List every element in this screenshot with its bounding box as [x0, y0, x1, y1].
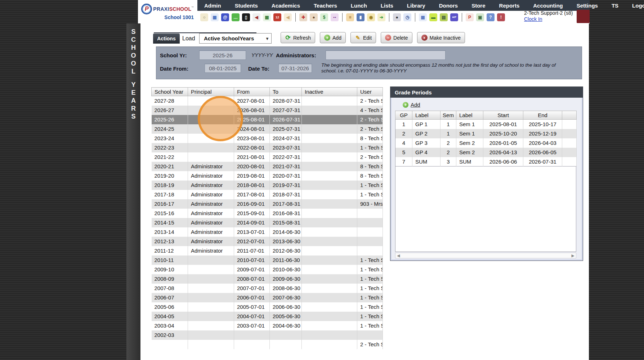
schoolyears-dropdown[interactable]: Active SchoolYears ▾: [199, 33, 272, 44]
cell: [302, 209, 357, 218]
school-year-row[interactable]: 2015-16Administrator2015-09-012016-08-31: [152, 209, 383, 218]
nav-item-settings[interactable]: Settings: [570, 3, 605, 9]
nav-item-lunch[interactable]: Lunch: [344, 3, 374, 9]
school-year-row[interactable]: 2020-21Administrator2020-08-012021-07-31…: [152, 162, 383, 171]
nav-item-donors[interactable]: Donors: [432, 3, 465, 9]
export-icon[interactable]: ➔: [377, 13, 385, 21]
search-icon[interactable]: ○: [200, 13, 208, 21]
people-icon[interactable]: ●●: [331, 13, 339, 21]
nav-item-ts[interactable]: TS: [605, 3, 625, 9]
cell: 2027-08-01: [234, 96, 270, 106]
bell-icon[interactable]: ◉: [367, 13, 375, 21]
add-grade-period-link[interactable]: + Add: [403, 102, 420, 108]
school-year-row[interactable]: 2013-14Administrator2013-07-012014-06-30: [152, 227, 383, 237]
grade-period-row[interactable]: 5GP 42Sem 22026-04-132026-06-05: [395, 148, 577, 157]
scroll-left-icon[interactable]: ◀: [397, 254, 400, 258]
calendar-grid-icon[interactable]: ▦: [211, 13, 219, 21]
chat-icon[interactable]: …: [232, 13, 240, 21]
edit-button[interactable]: ✎Edit: [350, 32, 376, 43]
refresh-button[interactable]: ⟳Refresh: [281, 32, 315, 43]
horizontal-scrollbar[interactable]: ◀ ▶: [395, 253, 576, 258]
school-year-row[interactable]: 2022-232022-08-012023-07-311 - Tech S: [152, 143, 383, 152]
cell: Sem 2: [456, 138, 483, 148]
print-card-icon[interactable]: ▤: [440, 13, 448, 21]
school-year-row[interactable]: 2 - Tech S: [152, 340, 383, 349]
button-label: Add: [332, 35, 341, 41]
grade-period-row[interactable]: 2GP 21Sem 12025-10-202025-12-19: [395, 129, 577, 138]
ap-icon[interactable]: A/P: [450, 13, 458, 21]
schedule-calendar-icon[interactable]: ▦: [263, 13, 271, 21]
nav-item-teachers[interactable]: Teachers: [307, 3, 344, 9]
school-yr-field[interactable]: [199, 50, 246, 60]
staff-icon[interactable]: ●: [393, 13, 401, 21]
nav-item-students[interactable]: Students: [228, 3, 265, 9]
school-year-row[interactable]: 2005-062005-07-012006-06-301 - Tech S: [152, 302, 383, 312]
administrators-field[interactable]: [326, 50, 446, 60]
delete-button[interactable]: −Delete: [381, 32, 412, 43]
date-from-field[interactable]: [205, 64, 241, 73]
school-year-row[interactable]: 2014-15Administrator2014-09-012015-08-31: [152, 218, 383, 227]
cell: 2003-04: [152, 321, 188, 330]
grade-period-row[interactable]: 1GP 11Sem 12025-08-012025-10-17: [395, 120, 577, 129]
nav-item-store[interactable]: Store: [465, 3, 492, 9]
school-year-row[interactable]: 2021-222021-08-012022-07-312 - Tech S: [152, 152, 383, 162]
add-label: Add: [411, 102, 420, 108]
grade-period-row[interactable]: 4GP 32Sem 22026-01-052026-04-03: [395, 138, 577, 148]
megaphone-icon[interactable]: ◀: [284, 13, 292, 21]
school-year-row[interactable]: 2025-262025-08-012026-07-312 - Tech S: [152, 115, 383, 124]
cell: 2004-06-30: [270, 321, 302, 330]
school-year-row[interactable]: 2018-19Administrator2018-08-012019-07-31…: [152, 181, 383, 190]
grade-period-row[interactable]: 7SUM3SUM2026-06-062026-07-31: [395, 157, 577, 166]
school-year-row[interactable]: 2009-102009-07-012010-06-301 - Tech S: [152, 265, 383, 274]
school-year-row[interactable]: 2027-282027-08-012028-07-312 - Tech S: [152, 96, 383, 106]
lunch-icon[interactable]: ≡: [346, 13, 354, 21]
school-year-row[interactable]: 2006-072006-07-012007-06-301 - Tech S: [152, 293, 383, 302]
date-to-field[interactable]: [278, 64, 312, 73]
email-icon[interactable]: @: [221, 13, 229, 21]
school-year-row[interactable]: 2019-20Administrator2019-08-012020-07-31…: [152, 171, 383, 181]
help-icon[interactable]: ?: [487, 13, 495, 21]
school-year-row[interactable]: 2023-242023-08-012024-07-318 - Tech S: [152, 134, 383, 143]
nav-item-library[interactable]: Library: [400, 3, 432, 9]
school-year-row[interactable]: 2011-12Administrator2011-07-012012-06-30: [152, 246, 383, 255]
alarm-clock-icon[interactable]: ◷: [403, 13, 411, 21]
nav-item-logout[interactable]: Logout: [625, 3, 644, 9]
school-year-row[interactable]: 2002-03: [152, 330, 383, 340]
payment-card-icon[interactable]: ▬: [429, 13, 437, 21]
school-year-row[interactable]: 2008-092008-07-012009-06-301 - Tech S: [152, 274, 383, 284]
pdf-icon[interactable]: P: [466, 13, 474, 21]
nav-item-academics[interactable]: Academics: [265, 3, 307, 9]
alert-icon[interactable]: !: [497, 13, 505, 21]
school-year-row[interactable]: 2003-042003-07-012004-06-301 - Tech S: [152, 321, 383, 330]
spreadsheet-icon[interactable]: ▦: [419, 13, 427, 21]
cash-register-icon[interactable]: ▣: [476, 13, 484, 21]
money-icon[interactable]: $: [320, 13, 328, 21]
school-year-row[interactable]: 2017-18Administrator2017-08-012018-07-31…: [152, 190, 383, 199]
school-year-row[interactable]: 2004-052004-07-012005-06-301 - Tech S: [152, 312, 383, 321]
calendar-12-icon[interactable]: 12: [273, 13, 281, 21]
speaker-icon[interactable]: ◀: [252, 13, 260, 21]
make-inactive-button[interactable]: ●Make Inactive: [417, 32, 465, 43]
cell: 2016-08-31: [270, 209, 302, 218]
school-year-row[interactable]: 2016-17Administrator2016-09-012017-08-31…: [152, 199, 383, 209]
nav-item-accounting[interactable]: Accounting: [526, 3, 570, 9]
nav-item-admin[interactable]: Admin: [197, 3, 228, 9]
school-year-row[interactable]: 2010-112010-07-012011-06-301 - Tech S: [152, 255, 383, 265]
notebook-icon[interactable]: ▮: [357, 13, 365, 21]
nav-item-reports[interactable]: Reports: [492, 3, 527, 9]
click-indicator: [198, 96, 243, 141]
school-year-row[interactable]: 2007-082007-07-012008-06-301 - Tech S: [152, 284, 383, 293]
add-person-icon[interactable]: ✚: [299, 13, 307, 21]
scroll-right-icon[interactable]: ▶: [572, 254, 574, 258]
person-icon[interactable]: ●: [310, 13, 318, 21]
cell: 2022-08-01: [234, 143, 270, 152]
cell: Administrator: [188, 246, 234, 255]
clock-in-link[interactable]: Clock In: [524, 16, 573, 22]
school-year-row[interactable]: 2026-272026-08-012027-07-314 - Tech S: [152, 106, 383, 115]
actions-tab[interactable]: Actions: [153, 34, 180, 44]
add-button[interactable]: +Add: [320, 32, 346, 43]
school-year-row[interactable]: 2012-13Administrator2012-07-012013-06-30: [152, 237, 383, 246]
school-year-row[interactable]: 2024-252024-08-012025-07-312 - Tech S: [152, 124, 383, 134]
nav-item-lists[interactable]: Lists: [374, 3, 400, 9]
phone-icon[interactable]: ▯: [242, 13, 250, 21]
